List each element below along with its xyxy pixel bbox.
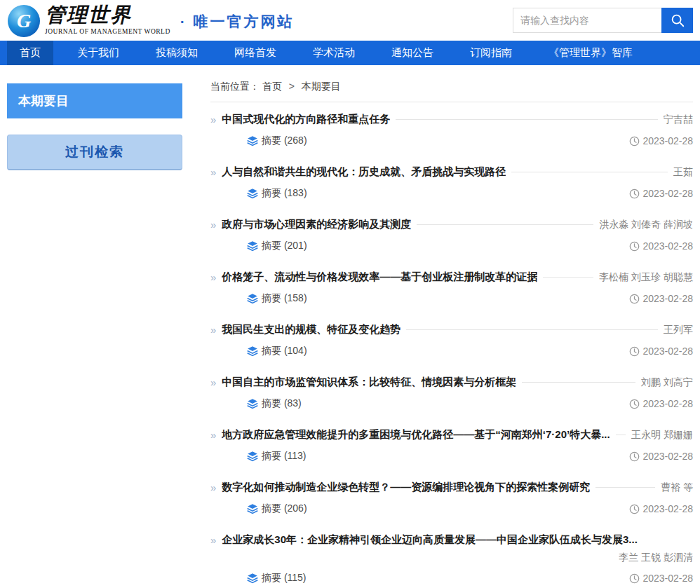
main-panel: 当前位置： 首页 > 本期要目 » 中国式现代化的方向路径和重点任务 宁吉喆 宁… — [210, 65, 693, 588]
article-title-row: » 政府与市场心理因素的经济影响及其测度 洪永淼 刘俸奇 薛涧坡 — [210, 217, 693, 232]
clock-icon — [629, 294, 640, 304]
article-item: » 地方政府应急管理效能提升的多重困境与优化路径——基于“河南郑州‘7·20’特… — [210, 418, 693, 470]
article-date-text: 2023-02-28 — [642, 451, 693, 462]
nav-item[interactable]: 《管理世界》智库 — [536, 41, 645, 65]
article-title-link[interactable]: 地方政府应急管理效能提升的多重困境与优化路径——基于“河南郑州‘7·20’特大暴… — [222, 428, 610, 442]
search-input[interactable] — [513, 8, 661, 33]
nav-item[interactable]: 学术活动 — [300, 41, 368, 65]
article-date-text: 2023-02-28 — [642, 135, 693, 146]
abstract-view-count: 摘要 (268) — [262, 135, 307, 147]
article-date-text: 2023-02-28 — [642, 503, 693, 514]
article-title-link[interactable]: 政府与市场心理因素的经济影响及其测度 — [222, 218, 411, 231]
article-authors: 王永明 郑姗姗 — [631, 429, 693, 442]
breadcrumb-prefix: 当前位置： — [210, 81, 260, 92]
chevron-right-icon: » — [210, 482, 216, 493]
main-nav: 首页关于我们投稿须知网络首发学术活动通知公告订阅指南《管理世界》智库 — [0, 41, 700, 65]
article-authors: 王列军 — [664, 324, 693, 336]
nav-item[interactable]: 订阅指南 — [457, 41, 525, 65]
article-meta-row: 摘要 (83) 2023-02-28 — [210, 397, 693, 411]
sidebar: 本期要目 过刊检索 — [7, 65, 182, 588]
clock-icon — [629, 573, 640, 584]
chevron-right-icon: » — [210, 272, 216, 282]
article-date-text: 2023-02-28 — [642, 398, 693, 409]
breadcrumb-home-link[interactable]: 首页 — [262, 81, 282, 92]
article-title-link[interactable]: 我国民生支出的规模、特征及变化趋势 — [222, 323, 401, 336]
chevron-right-icon: » — [210, 219, 216, 230]
abstract-toggle[interactable]: 摘要 (158) — [247, 292, 307, 305]
abstract-view-count: 摘要 (158) — [262, 292, 307, 305]
article-item: » 中国自主的市场监管知识体系：比较特征、情境因素与分析框架 刘鹏 刘高宁 刘鹏… — [210, 365, 693, 418]
article-date: 2023-02-28 — [629, 503, 693, 514]
article-authors: 刘鹏 刘高宁 — [641, 376, 693, 389]
layers-icon — [247, 240, 258, 252]
chevron-right-icon: » — [210, 324, 216, 335]
article-item: » 中国式现代化的方向路径和重点任务 宁吉喆 宁吉喆 摘要 (268) — [210, 102, 693, 155]
site-logo[interactable]: G 管理世界 JOURNAL OF MANAGEMENT WORLD — [7, 3, 170, 38]
article-date: 2023-02-28 — [629, 398, 693, 409]
article-title-row: » 我国民生支出的规模、特征及变化趋势 王列军 — [210, 322, 693, 337]
article-date-text: 2023-02-28 — [642, 188, 693, 199]
abstract-toggle[interactable]: 摘要 (183) — [247, 187, 307, 200]
article-meta-row: 摘要 (158) 2023-02-28 — [210, 292, 693, 306]
layers-icon — [247, 135, 258, 146]
article-title-link[interactable]: 中国自主的市场监管知识体系：比较特征、情境因素与分析框架 — [222, 376, 516, 389]
logo-text: 管理世界 JOURNAL OF MANAGEMENT WORLD — [45, 3, 170, 35]
abstract-toggle[interactable]: 摘要 (115) — [247, 572, 307, 584]
nav-item[interactable]: 通知公告 — [379, 41, 446, 65]
article-date: 2023-02-28 — [629, 346, 693, 357]
article-list: » 中国式现代化的方向路径和重点任务 宁吉喆 宁吉喆 摘要 (268) — [210, 102, 693, 588]
abstract-view-count: 摘要 (206) — [262, 502, 307, 515]
sidebar-archive-search-button[interactable]: 过刊检索 — [7, 135, 182, 170]
article-date: 2023-02-28 — [629, 451, 693, 462]
article-authors: 洪永淼 刘俸奇 薛涧坡 — [599, 219, 693, 231]
nav-item[interactable]: 网络首发 — [222, 41, 289, 65]
leader-line — [417, 224, 593, 225]
sidebar-item-current-issue[interactable]: 本期要目 — [7, 83, 182, 118]
breadcrumb: 当前位置： 首页 > 本期要目 — [210, 65, 693, 102]
article-title-link[interactable]: 价格笼子、流动性与价格发现效率——基于创业板注册制改革的证据 — [222, 271, 537, 284]
clock-icon — [629, 136, 640, 146]
nav-item[interactable]: 关于我们 — [65, 41, 132, 65]
nav-item[interactable]: 投稿须知 — [143, 41, 210, 65]
article-date-text: 2023-02-28 — [642, 240, 693, 252]
article-date-text: 2023-02-28 — [642, 346, 693, 357]
article-title-link[interactable]: 中国式现代化的方向路径和重点任务 — [222, 113, 390, 126]
article-title-link[interactable]: 人与自然和谐共生的现代化：历史成就、矛盾挑战与实现路径 — [222, 165, 506, 179]
chevron-right-icon: » — [210, 535, 216, 545]
search-button[interactable] — [661, 8, 693, 33]
article-title-row: » 人与自然和谐共生的现代化：历史成就、矛盾挑战与实现路径 王茹 — [210, 165, 693, 179]
chevron-right-icon: » — [210, 430, 216, 440]
abstract-toggle[interactable]: 摘要 (201) — [247, 240, 307, 252]
abstract-toggle[interactable]: 摘要 (268) — [247, 135, 307, 147]
search-bar — [513, 8, 693, 33]
article-authors-row: 李兰 王锐 彭泗清 — [210, 552, 693, 564]
abstract-toggle[interactable]: 摘要 (113) — [247, 450, 307, 463]
abstract-toggle[interactable]: 摘要 (104) — [247, 345, 307, 357]
clock-icon — [629, 399, 640, 409]
article-title-link[interactable]: 企业家成长30年：企业家精神引领企业迈向高质量发展——中国企业家队伍成长与发展3… — [222, 533, 638, 547]
article-item: » 价格笼子、流动性与价格发现效率——基于创业板注册制改革的证据 李松楠 刘玉珍… — [210, 260, 693, 313]
leader-line — [543, 277, 593, 278]
abstract-view-count: 摘要 (183) — [262, 187, 307, 200]
nav-item[interactable]: 首页 — [7, 41, 53, 65]
article-meta-row: 摘要 (201) 2023-02-28 — [210, 239, 693, 253]
breadcrumb-separator: > — [289, 81, 295, 92]
article-meta-row: 摘要 (183) 2023-02-28 — [210, 186, 693, 200]
content: 本期要目 过刊检索 当前位置： 首页 > 本期要目 » 中国式现代化的方向路径和… — [0, 65, 700, 588]
article-date: 2023-02-28 — [629, 573, 693, 584]
abstract-toggle[interactable]: 摘要 (83) — [247, 397, 302, 410]
layers-icon — [247, 398, 258, 409]
layers-icon — [247, 293, 258, 304]
article-title-row: » 中国式现代化的方向路径和重点任务 宁吉喆 — [210, 112, 693, 127]
article-item: » 数字化如何推动制造企业绿色转型？——资源编排理论视角下的探索性案例研究 曹裕… — [210, 470, 693, 523]
abstract-view-count: 摘要 (115) — [262, 572, 307, 584]
article-title-link[interactable]: 数字化如何推动制造企业绿色转型？——资源编排理论视角下的探索性案例研究 — [222, 481, 590, 494]
article-date: 2023-02-28 — [629, 240, 693, 252]
article-date: 2023-02-28 — [629, 188, 693, 199]
abstract-toggle[interactable]: 摘要 (206) — [247, 502, 307, 515]
article-meta-row: 摘要 (206) 2023-02-28 — [210, 502, 693, 516]
article-meta-row: 摘要 (115) 2023-02-28 — [210, 571, 693, 585]
leader-line — [522, 382, 635, 383]
logo-globe-icon: G — [7, 4, 41, 38]
clock-icon — [629, 241, 640, 252]
